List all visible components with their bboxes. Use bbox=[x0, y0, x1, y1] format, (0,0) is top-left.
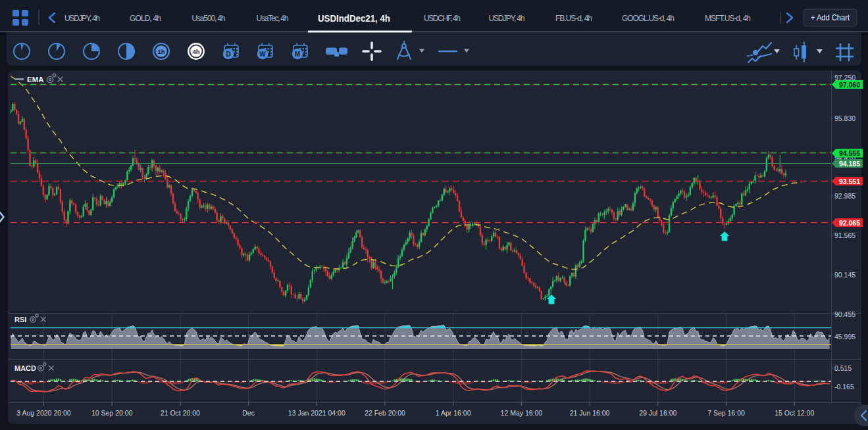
svg-text:MACD: MACD bbox=[14, 364, 36, 372]
svg-text:1h: 1h bbox=[157, 48, 165, 55]
svg-text:GOOGL.US-d, 4h: GOOGL.US-d, 4h bbox=[622, 14, 675, 23]
svg-text:UsaTec, 4h: UsaTec, 4h bbox=[257, 14, 289, 23]
svg-text:7 Sep 16:00: 7 Sep 16:00 bbox=[707, 409, 745, 417]
svg-text:22 Feb 20:00: 22 Feb 20:00 bbox=[365, 409, 405, 417]
svg-text:RSI: RSI bbox=[14, 316, 26, 323]
svg-text:21 Jun 16:00: 21 Jun 16:00 bbox=[570, 409, 610, 417]
svg-text:-0.165: -0.165 bbox=[834, 383, 854, 391]
svg-text:USDJPY, 4h: USDJPY, 4h bbox=[64, 14, 100, 23]
svg-text:29 Jul 16:00: 29 Jul 16:00 bbox=[639, 409, 677, 417]
svg-text:USDIndDec21, 4h: USDIndDec21, 4h bbox=[318, 13, 390, 24]
svg-text:1 Apr 16:00: 1 Apr 16:00 bbox=[436, 409, 471, 417]
svg-text:45.995: 45.995 bbox=[834, 333, 855, 341]
svg-text:90.145: 90.145 bbox=[834, 271, 855, 279]
svg-text:M: M bbox=[295, 51, 300, 58]
svg-text:91.565: 91.565 bbox=[834, 231, 855, 239]
svg-text:10 Sep 20:00: 10 Sep 20:00 bbox=[91, 409, 133, 417]
svg-text:15 Oct 12:00: 15 Oct 12:00 bbox=[775, 409, 814, 417]
svg-text:Dec: Dec bbox=[242, 409, 255, 417]
svg-text:D: D bbox=[226, 51, 230, 58]
svg-text:92.065: 92.065 bbox=[839, 219, 860, 227]
svg-text:12 May 16:00: 12 May 16:00 bbox=[501, 409, 543, 417]
svg-text:13 Jan 2021 04:00: 13 Jan 2021 04:00 bbox=[288, 409, 345, 417]
svg-text:21 Oct 20:00: 21 Oct 20:00 bbox=[161, 409, 200, 417]
svg-text:93.551: 93.551 bbox=[839, 178, 860, 185]
svg-text:4h: 4h bbox=[192, 48, 199, 55]
svg-text:+ Add Chart: + Add Chart bbox=[811, 13, 850, 22]
svg-text:W: W bbox=[259, 51, 266, 58]
svg-text:0.515: 0.515 bbox=[834, 364, 852, 372]
svg-text:USDJPY, 4h: USDJPY, 4h bbox=[489, 14, 525, 23]
svg-text:USDCHF, 4h: USDCHF, 4h bbox=[424, 14, 461, 23]
svg-text:97.060: 97.060 bbox=[839, 81, 860, 89]
svg-text:94.185: 94.185 bbox=[839, 160, 860, 168]
svg-text:94.555: 94.555 bbox=[839, 149, 860, 157]
svg-text:3 Aug 2020 20:00: 3 Aug 2020 20:00 bbox=[16, 409, 70, 417]
svg-text:FB.US-d, 4h: FB.US-d, 4h bbox=[555, 14, 592, 23]
svg-text:EMA: EMA bbox=[27, 76, 44, 84]
svg-text:GOLD, 4h: GOLD, 4h bbox=[130, 14, 161, 23]
svg-text:92.985: 92.985 bbox=[834, 192, 855, 200]
svg-text:90.455: 90.455 bbox=[834, 310, 855, 318]
svg-text:MSFT.US-d, 4h: MSFT.US-d, 4h bbox=[705, 14, 751, 23]
svg-text:Usa500, 4h: Usa500, 4h bbox=[192, 14, 226, 23]
svg-text:95.830: 95.830 bbox=[834, 114, 855, 122]
